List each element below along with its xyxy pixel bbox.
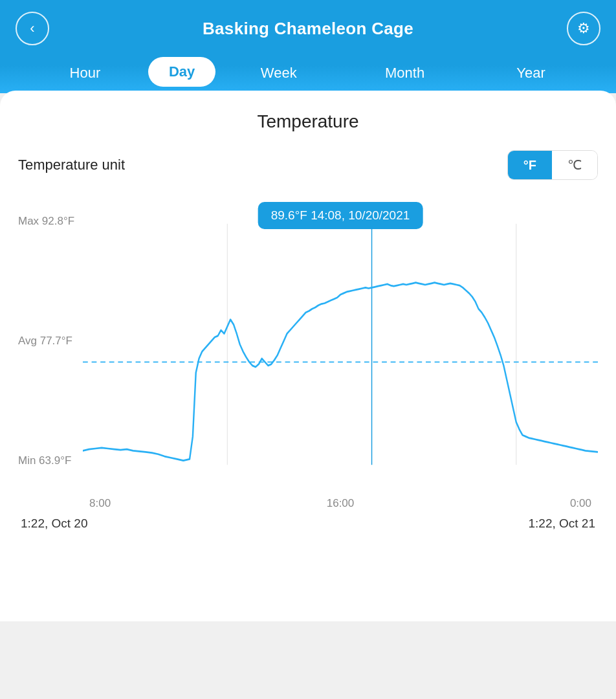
back-button[interactable]: ‹ [16,12,49,45]
avg-label: Avg 77.7°F [18,335,83,348]
settings-icon: ⚙ [577,20,590,37]
tab-year[interactable]: Year [468,57,594,93]
tab-bar: Hour Day Week Month Year [16,57,600,93]
date-start: 1:22, Oct 20 [21,516,88,531]
settings-button[interactable]: ⚙ [567,12,600,45]
chart-inner: 89.6°F 14:08, 10/20/2021 [83,195,598,493]
unit-row: Temperature unit °F ℃ [18,150,598,180]
max-label: Max 92.8°F [18,215,83,228]
chart-svg [83,195,598,493]
back-icon: ‹ [30,20,34,37]
header: ‹ Basking Chameleon Cage ⚙ Hour Day Week… [0,0,616,93]
chart-tooltip: 89.6°F 14:08, 10/20/2021 [258,202,423,229]
header-top: ‹ Basking Chameleon Cage ⚙ [16,12,600,57]
main-content: Temperature Temperature unit °F ℃ Max 92… [0,91,616,621]
section-title: Temperature [18,111,598,132]
chart-labels: Max 92.8°F Avg 77.7°F Min 63.9°F [18,195,83,493]
time-label-8: 8:00 [89,497,111,510]
chart-time-labels: 8:00 16:00 0:00 [83,497,598,510]
unit-celsius-button[interactable]: ℃ [552,151,597,179]
page-title: Basking Chameleon Cage [203,19,413,39]
unit-label: Temperature unit [18,157,125,173]
date-end: 1:22, Oct 21 [528,516,595,531]
chart-container: Max 92.8°F Avg 77.7°F Min 63.9°F 89.6°F … [18,195,598,493]
tab-week[interactable]: Week [215,57,342,93]
time-label-16: 16:00 [327,497,355,510]
unit-toggle: °F ℃ [507,150,598,180]
unit-fahrenheit-button[interactable]: °F [508,151,552,179]
tab-day[interactable]: Day [148,57,215,87]
tab-hour[interactable]: Hour [22,57,148,93]
tab-month[interactable]: Month [342,57,468,93]
min-label: Min 63.9°F [18,454,83,467]
date-range: 1:22, Oct 20 1:22, Oct 21 [18,516,598,531]
time-label-0: 0:00 [570,497,591,510]
